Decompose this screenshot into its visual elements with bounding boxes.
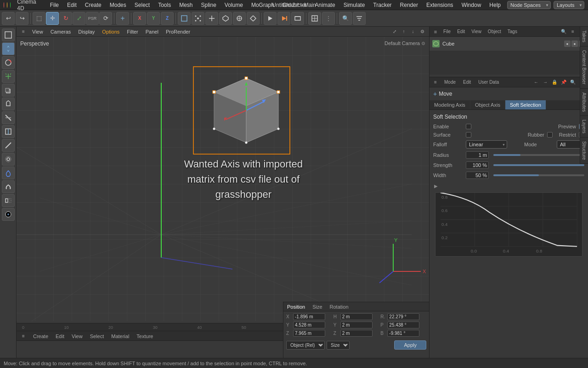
menu-extensions[interactable]: Extensions — [423, 1, 457, 9]
obj-view-menu[interactable]: View — [469, 28, 484, 35]
rubber-checkbox[interactable] — [547, 132, 553, 138]
structure-tab[interactable]: Structure — [580, 138, 588, 164]
polygon-mode-button[interactable] — [219, 12, 232, 25]
attributes-tab[interactable]: Attributes — [580, 89, 588, 116]
rotate-sidebar-button[interactable] — [2, 56, 15, 69]
z-axis-button[interactable]: Z — [161, 12, 174, 25]
minimize-button[interactable] — [7, 2, 7, 8]
y-axis-button[interactable]: Y — [147, 12, 160, 25]
viewport-layout-button[interactable] — [308, 12, 321, 25]
node-spaces-dropdown[interactable]: Node Spaces — [507, 1, 551, 9]
bevel-button[interactable] — [2, 98, 15, 110]
cube-vis-render[interactable]: ● — [571, 40, 578, 47]
pos-x-field[interactable] — [293, 313, 325, 320]
material-view-menu[interactable]: View — [70, 333, 85, 339]
viewport-options-menu[interactable]: Options — [99, 29, 122, 35]
viewport-maximize-icon[interactable]: ⤢ — [390, 28, 399, 36]
x-axis-button[interactable]: X — [133, 12, 146, 25]
strength-slider[interactable] — [493, 162, 584, 168]
psr-button[interactable]: PSR — [86, 12, 99, 25]
enable-checkbox[interactable] — [466, 124, 471, 129]
radius-slider[interactable] — [493, 152, 584, 158]
edge-mode-button[interactable] — [205, 12, 218, 25]
viewport-cameras-menu[interactable]: Cameras — [48, 29, 74, 35]
object-mode-button[interactable] — [178, 12, 191, 25]
render-view-button[interactable] — [264, 12, 277, 25]
obj-object-menu[interactable]: Object — [485, 28, 504, 35]
material-material-menu[interactable]: Material — [109, 333, 131, 339]
material-edit-menu[interactable]: Edit — [54, 333, 66, 339]
rotate-tool-button[interactable]: ↻ — [59, 12, 72, 25]
obj-tags-menu[interactable]: Tags — [505, 28, 520, 35]
obj-manager-menu-icon[interactable]: ≡ — [431, 28, 440, 36]
magnet-button[interactable] — [2, 180, 15, 193]
material-texture-menu[interactable]: Texture — [135, 333, 155, 339]
pos-z-field[interactable] — [293, 330, 325, 337]
viewport-up-icon[interactable]: ↑ — [400, 28, 408, 36]
obj-filter-icon[interactable]: ≡ — [569, 28, 577, 36]
rotation-tab[interactable]: Rotation — [328, 304, 351, 310]
size-dropdown[interactable]: Size — [327, 341, 350, 350]
object-rel-dropdown[interactable]: Object (Rel) — [286, 341, 325, 350]
spiro-button[interactable] — [2, 153, 15, 166]
cut-button[interactable] — [2, 111, 15, 124]
layers-tab[interactable]: Layers — [580, 116, 588, 138]
strength-field[interactable] — [466, 161, 489, 169]
size-h-field[interactable] — [340, 313, 373, 320]
menu-help[interactable]: Help — [486, 1, 504, 9]
point-mode-button[interactable] — [192, 12, 204, 25]
undo-button[interactable]: ↩ — [2, 12, 15, 25]
search-button[interactable]: 🔍 — [339, 12, 352, 25]
attr-forward-icon[interactable]: → — [541, 78, 549, 86]
expand-arrow[interactable]: ▶ — [433, 182, 584, 190]
add-object-button[interactable]: + — [116, 12, 129, 25]
attr-back-icon[interactable]: ← — [532, 78, 540, 86]
maximize-button[interactable] — [10, 2, 11, 8]
falloff-dropdown[interactable]: Linear — [466, 140, 507, 149]
size-z-field[interactable] — [340, 330, 373, 337]
content-browser-tab[interactable]: Content Browser — [580, 46, 588, 88]
attr-edit-menu[interactable]: Edit — [460, 79, 474, 86]
loop-cut-button[interactable] — [2, 125, 15, 138]
rot-b-field[interactable] — [387, 330, 419, 337]
filter-button[interactable] — [353, 12, 366, 25]
viewport-settings-icon[interactable]: ⚙ — [418, 28, 426, 36]
attr-pin-icon[interactable]: 📌 — [560, 78, 568, 86]
sym-button[interactable] — [247, 12, 260, 25]
menu-spline[interactable]: Spline — [198, 1, 220, 9]
obj-file-menu[interactable]: File — [441, 28, 453, 35]
select-tool-button[interactable]: ⬚ — [33, 12, 45, 25]
attr-menu-icon[interactable]: ≡ — [431, 78, 440, 86]
mirror-button[interactable] — [2, 194, 15, 207]
scale-sidebar-button[interactable] — [2, 70, 15, 83]
material-select-menu[interactable]: Select — [88, 333, 106, 339]
viewport-panel-menu[interactable]: Panel — [143, 29, 161, 35]
menu-tracker[interactable]: Tracker — [369, 1, 395, 9]
redo-button[interactable]: ↪ — [16, 12, 28, 25]
position-tab[interactable]: Position — [285, 304, 307, 310]
rot-p-field[interactable] — [387, 322, 419, 328]
viewport-canvas[interactable]: X Y — [17, 37, 429, 321]
viewport-menu-icon[interactable]: ≡ — [19, 28, 28, 36]
surface-checkbox[interactable] — [466, 132, 471, 138]
attr-lock-icon[interactable]: 🔒 — [550, 78, 559, 86]
move-sidebar-button[interactable] — [2, 42, 15, 55]
menu-window[interactable]: Window — [458, 1, 485, 9]
obj-edit-menu[interactable]: Edit — [454, 28, 468, 35]
render-button[interactable] — [277, 12, 290, 25]
size-y-field[interactable] — [340, 322, 373, 328]
render-settings-button[interactable] — [291, 12, 304, 25]
menu-mesh[interactable]: Mesh — [175, 1, 196, 9]
extrude-button[interactable] — [2, 84, 15, 97]
menu-modes[interactable]: Modes — [106, 1, 130, 9]
rot-a-field[interactable] — [387, 313, 419, 320]
menu-edit[interactable]: Edit — [63, 1, 80, 9]
menu-create[interactable]: Create — [81, 1, 105, 9]
scale-tool-button[interactable]: ⤢ — [73, 12, 85, 25]
move-tool-button[interactable]: ✛ — [46, 12, 59, 25]
size-tab[interactable]: Size — [311, 304, 324, 310]
width-field[interactable] — [466, 172, 489, 179]
object-tool-button[interactable] — [2, 29, 15, 41]
width-slider[interactable] — [493, 172, 584, 178]
close-button[interactable] — [4, 2, 4, 8]
